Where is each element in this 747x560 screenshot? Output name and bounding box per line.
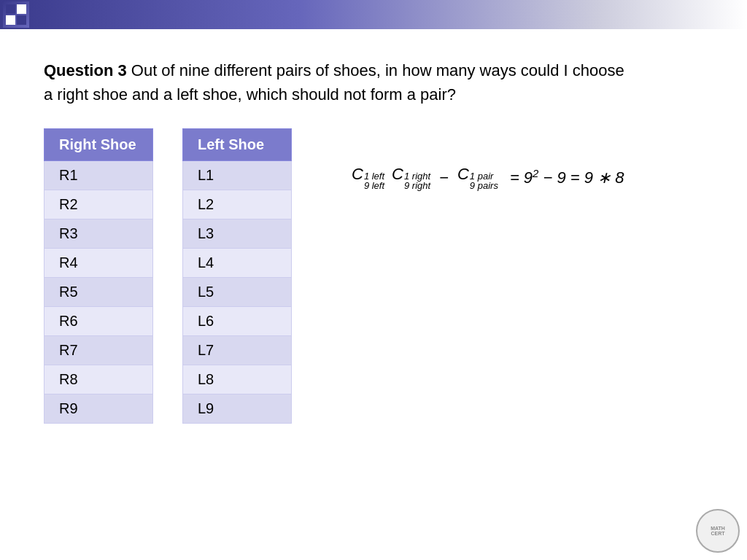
right-shoe-cell: R3 (44, 219, 153, 249)
table-row: R4 (44, 249, 153, 278)
question-number: Question 3 (44, 61, 127, 79)
c-term-2: C 1 right 9 right (392, 165, 430, 190)
table-row: R3 (44, 219, 153, 249)
table-row: L9 (183, 394, 292, 424)
table-row: L1 (183, 161, 292, 190)
left-shoe-cell: L4 (183, 249, 292, 278)
right-shoe-cell: R6 (44, 307, 153, 336)
right-shoe-cell: R1 (44, 161, 153, 190)
table-row: R6 (44, 307, 153, 336)
formula-container: C 1 left 9 left C 1 right 9 right − (350, 165, 624, 190)
right-shoe-header: Right Shoe (44, 129, 153, 161)
right-shoe-cell: R8 (44, 365, 153, 394)
table-row: R8 (44, 365, 153, 394)
left-shoe-cell: L2 (183, 190, 292, 219)
right-shoe-table: Right Shoe R1 R2 R3 R4 R5 R6 R7 R8 R9 (44, 128, 153, 424)
right-shoe-cell: R2 (44, 190, 153, 219)
table-row: L6 (183, 307, 292, 336)
left-shoe-cell: L7 (183, 336, 292, 365)
table-row: R7 (44, 336, 153, 365)
table-row: L7 (183, 336, 292, 365)
right-shoe-cell: R4 (44, 249, 153, 278)
left-shoe-cell: L6 (183, 307, 292, 336)
c-term-1: C 1 left 9 left (352, 165, 384, 190)
watermark-text: MATHCERT (711, 526, 725, 536)
left-shoe-cell: L5 (183, 278, 292, 307)
table-row: L4 (183, 249, 292, 278)
table-row: R2 (44, 190, 153, 219)
table-row: L8 (183, 365, 292, 394)
header-bar (0, 0, 747, 29)
table-row: L3 (183, 219, 292, 249)
logo (3, 1, 29, 28)
formula-math: C 1 left 9 left C 1 right 9 right − (350, 165, 624, 190)
left-shoe-cell: L3 (183, 219, 292, 249)
left-shoe-cell: L8 (183, 365, 292, 394)
tables-and-formula: Right Shoe R1 R2 R3 R4 R5 R6 R7 R8 R9 (44, 128, 703, 424)
watermark: MATHCERT (696, 509, 740, 553)
table-row: R5 (44, 278, 153, 307)
right-shoe-cell: R9 (44, 394, 153, 424)
table-row: L5 (183, 278, 292, 307)
left-shoe-header: Left Shoe (183, 129, 292, 161)
right-shoe-cell: R7 (44, 336, 153, 365)
formula-result: = 92 − 9 = 9 ∗ 8 (510, 167, 624, 187)
table-row: L2 (183, 190, 292, 219)
tables-container: Right Shoe R1 R2 R3 R4 R5 R6 R7 R8 R9 (44, 128, 292, 424)
question-body: Out of nine different pairs of shoes, in… (44, 61, 624, 104)
left-shoe-cell: L9 (183, 394, 292, 424)
c-term-3: C 1 pair 9 pairs (457, 165, 498, 190)
minus-sign: − (439, 168, 449, 187)
table-row: R9 (44, 394, 153, 424)
main-content: Question 3 Out of nine different pairs o… (0, 29, 747, 446)
left-shoe-table: Left Shoe L1 L2 L3 L4 L5 L6 L7 L8 L9 (182, 128, 292, 424)
table-row: R1 (44, 161, 153, 190)
right-shoe-cell: R5 (44, 278, 153, 307)
question-text: Question 3 Out of nine different pairs o… (44, 58, 627, 106)
left-shoe-cell: L1 (183, 161, 292, 190)
